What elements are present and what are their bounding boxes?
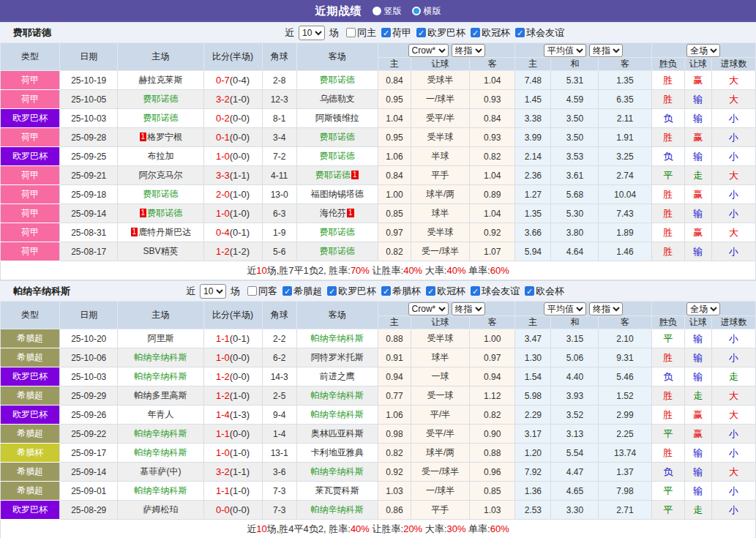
- score: 1-0(0-0): [203, 147, 262, 166]
- team-name-text: 阿特罗米托斯: [311, 352, 364, 362]
- corner-score: 2-2: [262, 329, 296, 348]
- corner-score: 6-3: [262, 204, 296, 223]
- crow-company-select[interactable]: Crow*: [408, 44, 449, 57]
- corner-score: 2-5: [262, 386, 296, 406]
- avg-index-select[interactable]: 终指: [589, 44, 623, 57]
- same-away-checkbox[interactable]: [247, 286, 257, 296]
- league-filter-label: 希腊超: [293, 285, 322, 298]
- crow-home-odds: 0.88: [378, 329, 411, 348]
- result-goals: 小: [711, 444, 755, 463]
- avg-away-odds: 6.35: [599, 90, 651, 109]
- team-name-text: 前进之鹰: [320, 371, 355, 381]
- crow-index-select[interactable]: 终指: [452, 44, 485, 57]
- avg-home-odds: 1.35: [515, 204, 551, 223]
- halftime-score: (1-0): [230, 447, 250, 458]
- avg-home-odds: 1.30: [515, 348, 551, 367]
- crow-home-odds: 1.06: [378, 147, 411, 166]
- league-badge: 荷甲: [1, 128, 60, 147]
- result-wdl: 平: [651, 166, 684, 185]
- scope-select[interactable]: 全场: [686, 44, 720, 57]
- league-filter-checkbox[interactable]: ✓: [426, 286, 435, 296]
- match-date: 25-09-28: [60, 128, 118, 147]
- league-filter-checkbox[interactable]: ✓: [471, 286, 480, 296]
- sub-column-header: 和: [551, 316, 599, 329]
- fulltime-score: 1-1: [216, 333, 230, 344]
- result-handicap: 赢: [684, 425, 711, 444]
- league-filter-checkbox[interactable]: ✓: [381, 28, 391, 37]
- recent-count-select[interactable]: 10: [299, 26, 325, 40]
- match-row: 荷甲25-10-19赫拉克莱斯0-7(0-4)2-8费耶诺德0.84受球半1.0…: [1, 71, 756, 90]
- avg-company-select[interactable]: 平均值: [544, 44, 586, 57]
- recent-count-select[interactable]: 10: [200, 284, 226, 299]
- column-header: 客场: [296, 43, 378, 71]
- avg-home-odds: 3.17: [515, 425, 551, 444]
- league-badge: 希腊超: [1, 482, 60, 501]
- match-date: 25-09-26: [60, 406, 118, 425]
- sub-column-header: 主: [515, 316, 551, 329]
- page: 近期战绩 竖版 横版 费耶诺德近10场同主✓荷甲✓欧罗巴杯✓欧冠杯✓球会友谊类型…: [0, 0, 756, 538]
- avg-draw-odds: 3.50: [551, 109, 599, 128]
- corner-score: 4-11: [262, 166, 296, 185]
- league-filter-checkbox[interactable]: ✓: [515, 28, 525, 37]
- summary-part: 单率:: [465, 523, 490, 534]
- halftime-score: (1-1): [230, 170, 250, 181]
- radio-vertical-icon[interactable]: [373, 7, 381, 15]
- same-home-checkbox[interactable]: [346, 28, 356, 37]
- league-filter-checkbox[interactable]: ✓: [525, 286, 534, 296]
- home-team: 阿尔克马尔: [118, 166, 203, 185]
- league-filter-checkbox[interactable]: ✓: [416, 28, 426, 37]
- avg-draw-odds: 3.53: [551, 147, 599, 166]
- home-team: 年青人: [118, 406, 203, 425]
- avg-away-odds: 1.46: [599, 242, 651, 261]
- avg-draw-odds: 3.15: [551, 329, 599, 348]
- match-date: 25-10-20: [60, 329, 118, 348]
- home-team: 费耶诺德: [118, 185, 203, 204]
- match-row: 希腊超25-10-20阿里斯1-1(0-1)2-2帕纳辛纳科斯0.88受半球1.…: [1, 329, 756, 348]
- summary-part: 场,胜4平4负2, 胜率:: [267, 523, 351, 534]
- home-team: 帕纳辛纳科斯: [118, 444, 203, 463]
- crow-company-select[interactable]: Crow*: [408, 302, 449, 315]
- page-title: 近期战绩: [315, 4, 362, 18]
- home-team: 帕纳辛纳科斯: [118, 348, 203, 367]
- avg-home-odds: 2.29: [515, 406, 551, 425]
- handicap-line: 球半: [411, 204, 470, 223]
- radio-horizontal-icon[interactable]: [412, 7, 421, 15]
- home-team: 帕纳辛纳科斯: [118, 482, 203, 501]
- red-card-badge: 1: [347, 209, 354, 217]
- league-filter-checkbox[interactable]: ✓: [471, 28, 480, 37]
- crow-home-odds: 1.03: [378, 482, 411, 501]
- result-handicap: 输: [684, 204, 711, 223]
- match-date: 25-10-19: [60, 71, 118, 90]
- avg-company-select[interactable]: 平均值: [544, 302, 586, 315]
- league-filter-checkbox[interactable]: ✓: [327, 286, 337, 296]
- league-filter-checkbox[interactable]: ✓: [381, 286, 391, 296]
- result-handicap: 输: [684, 367, 711, 386]
- radio-option-horizontal[interactable]: 横版: [412, 5, 441, 18]
- handicap-line: 受平/半: [411, 425, 470, 444]
- team-name-text: 基菲萨(中): [140, 466, 181, 477]
- crow-home-odds: 0.92: [378, 463, 411, 482]
- away-team: 阿斯顿维拉: [296, 109, 378, 128]
- team-name-text: 奥林匹亚科斯: [311, 428, 364, 438]
- crow-home-odds: 0.85: [378, 204, 411, 223]
- result-wdl: 胜: [651, 386, 684, 406]
- crow-index-select[interactable]: 终指: [452, 302, 485, 315]
- fulltime-score: 0-1: [216, 132, 230, 143]
- league-filter-checkbox[interactable]: ✓: [282, 286, 292, 296]
- home-team: 基菲萨(中): [118, 463, 203, 482]
- crow-home-odds: 1.06: [378, 406, 411, 425]
- match-row: 荷甲25-10-05费耶诺德3-2(1-0)12-3乌德勒支0.95一/球半0.…: [1, 90, 756, 109]
- summary-row: 近10场,胜7平1负2, 胜率:70% 让胜率:40% 大率:40% 单率:60…: [1, 261, 756, 280]
- scope-select-group: 全场: [651, 43, 755, 58]
- crow-select-group: Crow*终指: [378, 43, 514, 58]
- match-date: 25-09-18: [60, 185, 118, 204]
- scope-select[interactable]: 全场: [686, 302, 720, 315]
- result-goals: 大: [711, 406, 755, 425]
- match-date: 25-09-22: [60, 425, 118, 444]
- home-team: 萨姆松珀: [118, 501, 203, 520]
- result-goals: 小: [711, 147, 755, 166]
- corner-score: 3-4: [262, 128, 296, 147]
- radio-option-vertical[interactable]: 竖版: [373, 5, 402, 18]
- avg-index-select[interactable]: 终指: [589, 302, 623, 315]
- summary-part: 40%: [446, 265, 465, 276]
